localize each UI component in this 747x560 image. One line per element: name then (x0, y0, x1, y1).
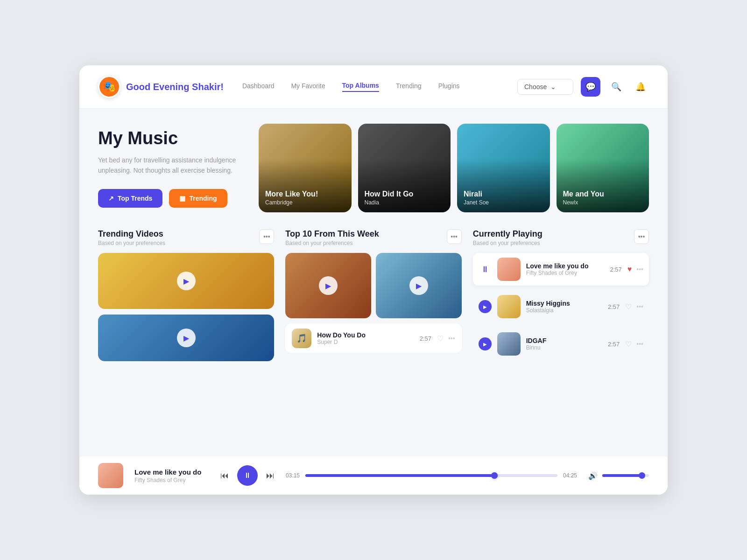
song-artist: Fifty Shades of Grey (526, 270, 605, 276)
album-artist: Newlx (563, 199, 604, 206)
like-button[interactable]: ♡ (625, 340, 632, 349)
trending-videos-title: Trending Videos (98, 229, 165, 239)
volume-area: 🔊 (588, 471, 649, 480)
song-name: How Do You Do (317, 331, 414, 339)
like-button[interactable]: ♥ (627, 265, 632, 273)
trending-up-icon: ↗ (108, 195, 114, 202)
album-title: How Did It Go (365, 190, 414, 198)
hero-title: My Music (98, 128, 247, 148)
play-button-overlay[interactable]: ▶ (409, 276, 428, 295)
choose-dropdown[interactable]: Choose ⌄ (517, 79, 573, 95)
bar-chart-icon: ▦ (179, 195, 185, 202)
play-pause-button[interactable]: ⏸ (237, 465, 258, 486)
album-card[interactable]: Me and You Newlx (557, 124, 649, 212)
song-duration: 2:57 (608, 303, 620, 310)
song-actions: ♡ ••• (625, 340, 643, 349)
playing-row[interactable]: ⏸ Love me like you do Fifty Shades of Gr… (473, 253, 649, 286)
trending-videos-header: Trending Videos Based on your preference… (98, 229, 274, 246)
song-name: Love me like you do (526, 262, 605, 270)
song-thumbnail (497, 295, 521, 318)
volume-icon: 🔊 (588, 471, 598, 480)
progress-bar[interactable] (305, 474, 557, 477)
album-card[interactable]: More Like You! Cambridge (259, 124, 352, 212)
like-button[interactable]: ♡ (437, 334, 444, 343)
main-content: My Music Yet bed any for travelling assi… (79, 109, 668, 456)
progress-area: 03:15 04:25 (286, 472, 577, 479)
nav-plugins[interactable]: Plugins (438, 82, 460, 91)
trending-videos-more-button[interactable]: ••• (259, 229, 274, 244)
song-duration: 2:57 (420, 335, 431, 342)
volume-slider[interactable] (602, 474, 649, 477)
bell-button[interactable]: 🔔 (632, 78, 649, 95)
song-actions: ♡ ••• (437, 334, 455, 343)
top-trends-button[interactable]: ↗ Top Trends (98, 189, 162, 208)
header-right: Choose ⌄ 💬 🔍 🔔 (517, 77, 649, 97)
song-options-button[interactable]: ••• (636, 303, 643, 310)
progress-thumb (491, 472, 498, 479)
pause-button[interactable]: ⏸ (479, 263, 492, 276)
play-button-overlay[interactable]: ▶ (319, 276, 338, 295)
song-info: How Do You Do Super D (317, 331, 414, 345)
song-info: Love me like you do Fifty Shades of Grey (526, 262, 605, 276)
hero-buttons: ↗ Top Trends ▦ Trending (98, 189, 247, 208)
play-button[interactable]: ▶ (479, 300, 492, 313)
currently-playing-more-button[interactable]: ••• (634, 229, 649, 244)
hero-description: Yet bed any for travelling assistance in… (98, 155, 247, 176)
album-card[interactable]: How Did It Go Nadia (358, 124, 451, 212)
player-title: Love me like you do (134, 468, 209, 476)
current-time: 03:15 (286, 472, 300, 479)
next-button[interactable]: ⏭ (266, 471, 275, 481)
album-artist: Janet Soe (464, 199, 489, 206)
chat-button[interactable]: 💬 (581, 77, 600, 97)
song-info: IDGAF Binnu (526, 337, 602, 351)
trending-videos-subtitle: Based on your preferences (98, 240, 165, 246)
playing-row[interactable]: ▶ IDGAF Binnu 2:57 ♡ ••• (473, 328, 649, 360)
song-options-button[interactable]: ••• (636, 266, 643, 273)
nav-my-favorite[interactable]: My Favorite (291, 82, 325, 91)
song-options-button[interactable]: ••• (636, 340, 643, 348)
bottom-sections: Trending Videos Based on your preference… (98, 229, 649, 361)
song-duration: 2:57 (610, 266, 621, 273)
playing-list: ⏸ Love me like you do Fifty Shades of Gr… (473, 253, 649, 360)
like-button[interactable]: ♡ (625, 302, 632, 311)
song-artist: Super D (317, 339, 414, 345)
album-title: Nirali (464, 190, 489, 198)
currently-playing-title: Currently Playing (473, 229, 543, 239)
song-name: Missy Higgins (526, 300, 602, 307)
trending-button[interactable]: ▦ Trending (169, 189, 227, 208)
top10-thumb[interactable]: ▶ (285, 253, 371, 318)
total-time: 04:25 (563, 472, 577, 479)
nav: Dashboard My Favorite Top Albums Trendin… (242, 82, 517, 92)
song-artist: Solastalgia (526, 307, 602, 314)
nav-trending[interactable]: Trending (396, 82, 422, 91)
play-button[interactable]: ▶ (479, 337, 492, 350)
top10-header: Top 10 From This Week Based on your pref… (285, 229, 461, 246)
song-name: IDGAF (526, 337, 602, 344)
nav-top-albums[interactable]: Top Albums (342, 82, 379, 92)
song-duration: 2:57 (608, 341, 620, 348)
prev-button[interactable]: ⏮ (220, 471, 229, 481)
video-thumbnail[interactable]: ▶ (98, 315, 274, 361)
play-button-overlay[interactable]: ▶ (177, 329, 196, 347)
player-artist: Fifty Shades of Grey (134, 477, 209, 483)
bottom-player: Love me like you do Fifty Shades of Grey… (79, 456, 668, 495)
top10-subtitle: Based on your preferences (285, 240, 379, 246)
playing-row[interactable]: ▶ Missy Higgins Solastalgia 2:57 ♡ ••• (473, 290, 649, 323)
album-card[interactable]: Nirali Janet Soe (457, 124, 550, 212)
video-grid: ▶ ▶ (98, 253, 274, 361)
app-container: 🎭 Good Evening Shakir! Dashboard My Favo… (79, 65, 668, 495)
nav-dashboard[interactable]: Dashboard (242, 82, 275, 91)
top10-grid: ▶ ▶ (285, 253, 461, 318)
greeting: Good Evening Shakir! (126, 82, 224, 92)
play-button-overlay[interactable]: ▶ (177, 272, 196, 290)
player-thumbnail (98, 463, 123, 488)
top10-thumb[interactable]: ▶ (376, 253, 462, 318)
search-button[interactable]: 🔍 (608, 78, 625, 95)
song-options-button[interactable]: ••• (448, 335, 455, 342)
volume-fill (602, 474, 642, 477)
video-thumbnail[interactable]: ▶ (98, 253, 274, 309)
chevron-down-icon: ⌄ (550, 83, 556, 91)
song-thumbnail: 🎵 (292, 329, 311, 348)
top10-more-button[interactable]: ••• (447, 229, 462, 244)
album-artist: Nadia (365, 199, 414, 206)
